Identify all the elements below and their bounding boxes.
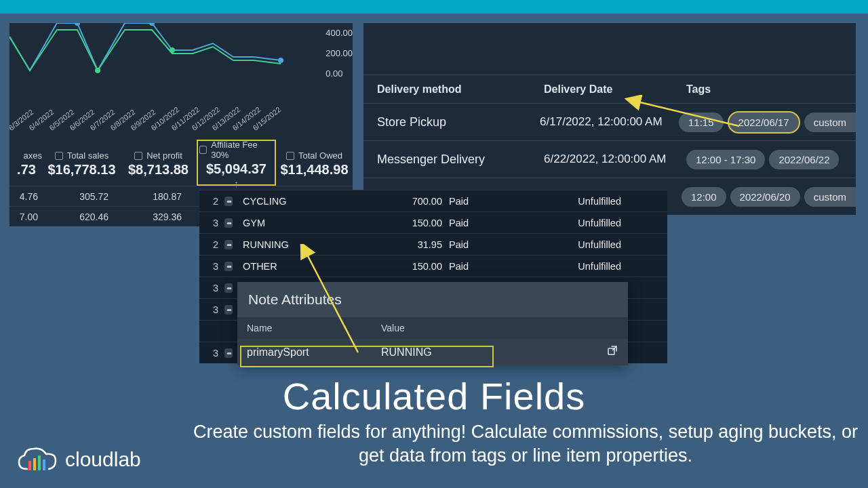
note-attributes-popup: Note Attributes Name Value primarySport … — [237, 282, 628, 365]
delivery-method: Store Pickup — [363, 115, 540, 129]
tag-pill[interactable]: 11:15 — [679, 113, 724, 132]
summary-label: axes — [24, 150, 42, 161]
summary-value: $8,713.88 — [128, 162, 189, 178]
brand-logo: cloudlab — [15, 443, 141, 476]
popup-header-row: Name Value — [237, 317, 628, 339]
col-delivery-method[interactable]: Delivery method — [363, 83, 544, 96]
delivery-header-row: Delivery method Delivery Date Tags — [363, 75, 856, 103]
svg-rect-8 — [28, 461, 31, 470]
x-tick: 6/13/2022 — [210, 115, 228, 131]
x-tick: 6/14/2022 — [231, 115, 248, 131]
delivery-row[interactable]: Messenger Delivery 6/22/2022, 12:00:00 A… — [363, 140, 856, 178]
col-name: Name — [247, 323, 381, 333]
note-icon[interactable]: ••• — [218, 240, 239, 249]
svg-rect-10 — [38, 455, 41, 470]
x-tick: 6/3/2022 — [9, 115, 25, 131]
col-delivery-date[interactable]: Delivery Date — [544, 83, 686, 96]
line-chart — [9, 23, 301, 88]
svg-point-4 — [278, 58, 283, 63]
note-icon[interactable]: ••• — [218, 262, 239, 271]
y-tick: 400.00 — [320, 23, 353, 43]
table-row[interactable]: 2•••RUNNING31.95PaidUnfulfilled — [199, 233, 667, 255]
y-axis-ticks: 400.00 200.00 0.00 — [320, 23, 353, 84]
tag-pill[interactable]: 12:00 - 17:30 — [686, 150, 765, 169]
delivery-row[interactable]: Store Pickup 6/17/2022, 12:00:00 AM 11:1… — [363, 103, 856, 140]
checkbox-icon[interactable] — [55, 152, 63, 160]
checkbox-icon[interactable] — [134, 152, 142, 160]
delivery-panel: Delivery method Delivery Date Tags Store… — [363, 23, 856, 215]
svg-rect-9 — [33, 458, 36, 470]
x-axis-ticks: 6/3/2022 6/4/2022 6/5/2022 6/6/2022 6/7/… — [9, 125, 270, 133]
note-icon[interactable]: ••• — [218, 283, 239, 293]
x-tick: 6/7/2022 — [88, 115, 106, 131]
note-icon[interactable]: ••• — [218, 218, 239, 228]
summary-total-sales[interactable]: Total sales $16,778.13 — [43, 140, 120, 186]
summary-affiliate-fee[interactable]: Affiliate Fee 30% $5,094.37 ↑ — [197, 140, 276, 186]
summary-row: axes .73 Total sales $16,778.13 Net prof… — [9, 140, 353, 186]
summary-label: Affiliate Fee 30% — [211, 140, 273, 160]
tag-pill[interactable]: custom — [804, 113, 856, 132]
x-tick: 6/6/2022 — [68, 115, 85, 131]
checkbox-icon[interactable] — [286, 152, 294, 160]
open-external-icon[interactable] — [606, 344, 618, 360]
tag-pill[interactable]: 2022/06/22 — [769, 150, 839, 169]
svg-point-0 — [75, 23, 80, 26]
brand-name: cloudlab — [65, 448, 141, 471]
top-accent-bar — [0, 0, 868, 14]
x-tick: 6/15/2022 — [251, 115, 269, 131]
x-tick: 6/5/2022 — [47, 115, 65, 131]
delivery-date: 6/22/2022, 12:00:00 AM — [544, 152, 686, 167]
cloud-icon — [15, 443, 61, 476]
summary-taxes[interactable]: axes .73 — [9, 140, 43, 186]
note-icon[interactable]: ••• — [218, 197, 239, 206]
note-icon[interactable]: ••• — [218, 305, 239, 314]
table-row[interactable]: 3•••GYM150.00PaidUnfulfilled — [199, 211, 667, 233]
x-tick: 6/12/2022 — [190, 115, 208, 131]
summary-label: Total Owed — [298, 150, 342, 161]
y-tick: 200.00 — [320, 43, 353, 64]
svg-point-1 — [95, 68, 100, 73]
delivery-date: 6/17/2022, 12:00:00 AM — [540, 115, 679, 129]
tag-pill[interactable]: custom — [804, 187, 856, 207]
x-tick: 6/10/2022 — [149, 115, 167, 131]
hero-subtitle: Create custom fields for anything! Calcu… — [183, 420, 868, 468]
x-tick: 6/11/2022 — [170, 115, 187, 131]
x-tick: 6/4/2022 — [27, 115, 45, 131]
col-tags[interactable]: Tags — [686, 83, 711, 96]
tag-pill[interactable]: 2022/06/20 — [730, 187, 800, 207]
checkbox-icon[interactable] — [199, 146, 207, 154]
summary-value: $16,778.13 — [47, 162, 115, 178]
col-value: Value — [381, 323, 405, 333]
tag-pill[interactable]: 12:00 — [682, 187, 726, 207]
tag-pill[interactable]: 2022/06/17 — [728, 111, 800, 134]
table-row[interactable]: 2•••CYCLING700.00PaidUnfulfilled — [199, 190, 667, 211]
summary-label: Total sales — [67, 150, 108, 161]
note-icon[interactable]: ••• — [218, 348, 239, 358]
x-tick: 6/8/2022 — [108, 115, 126, 131]
popup-title: Note Attributes — [237, 282, 628, 317]
table-row[interactable]: 3•••OTHER150.00PaidUnfulfilled — [199, 255, 667, 277]
delivery-method: Messenger Delivery — [363, 152, 544, 167]
svg-rect-11 — [43, 460, 45, 470]
summary-value: .73 — [17, 162, 36, 178]
attr-value: RUNNING — [381, 346, 606, 359]
hero-title: Calculated Fields — [0, 374, 868, 418]
svg-point-3 — [170, 47, 175, 53]
x-tick: 6/9/2022 — [129, 115, 146, 131]
summary-value: $5,094.37 — [206, 161, 267, 177]
summary-total-owed[interactable]: Total Owed $11,448.98 — [276, 140, 353, 186]
summary-value: $11,448.98 — [280, 162, 348, 178]
y-tick: 0.00 — [320, 64, 353, 84]
summary-label: Net profit — [146, 150, 182, 161]
summary-net-profit[interactable]: Net profit $8,713.88 — [120, 140, 197, 186]
attr-name: primarySport — [247, 346, 381, 359]
popup-row[interactable]: primarySport RUNNING — [237, 339, 628, 365]
